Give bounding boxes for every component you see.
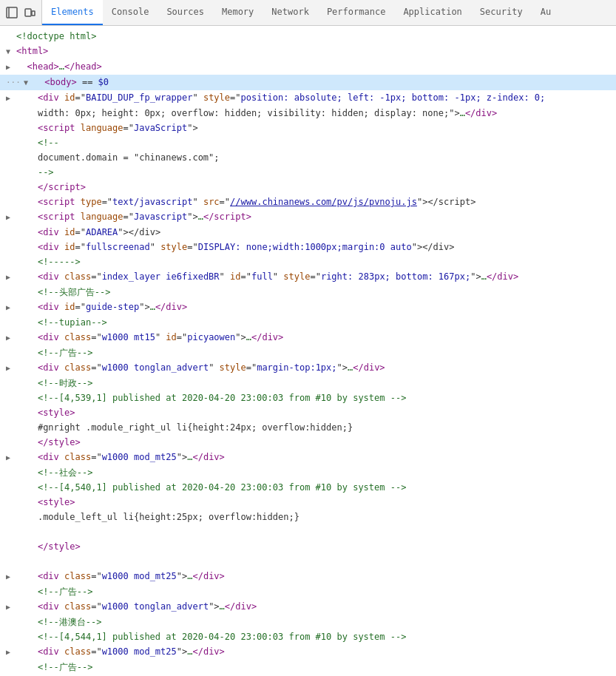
- elements-panel: <!doctype html> <html> <head>…</head> ··…: [0, 26, 616, 676]
- expand-arrow[interactable]: [6, 92, 16, 105]
- expand-arrow[interactable]: [6, 61, 16, 74]
- line-comment-open: <!--: [0, 135, 616, 150]
- expand-arrow[interactable]: [6, 570, 16, 584]
- line-comment-shiz: <!--时政-->: [0, 376, 616, 391]
- line-div-baidu: <div id="BAIDU_DUP_fp_wrapper" style="po…: [0, 90, 616, 106]
- tab-network[interactable]: Network: [263, 0, 318, 25]
- expand-arrow[interactable]: [6, 301, 16, 314]
- line-comment-close: -->: [0, 165, 616, 180]
- line-style-open1: <style>: [0, 405, 616, 420]
- svg-rect-3: [32, 11, 35, 16]
- expand-arrow[interactable]: [6, 211, 16, 224]
- line-div-tonglan: <div class="w1000 tonglan_advert" style=…: [0, 360, 616, 376]
- toolbar-icons: [0, 0, 42, 25]
- line-doctype: <!doctype html>: [0, 29, 616, 44]
- expand-arrow[interactable]: [6, 451, 16, 464]
- line-blank: [0, 524, 616, 539]
- expand-arrow[interactable]: [24, 76, 34, 89]
- line-div-guide-step: <div id="guide-step">…</div>: [0, 300, 616, 315]
- line-html-open: <html>: [0, 44, 616, 59]
- expand-arrow[interactable]: [6, 646, 16, 659]
- line-script-js: <script language="JavaScript">: [0, 121, 616, 135]
- line-script-src: <script type="text/javascript" src="//ww…: [0, 195, 616, 209]
- line-comment-ad3: <!--广告-->: [0, 660, 616, 675]
- line-style-open2: <style>: [0, 495, 616, 510]
- tab-application[interactable]: Application: [394, 0, 470, 25]
- line-body[interactable]: ··· <body> == $0: [0, 75, 616, 90]
- line-script-javascript: <script language="Javascript">…</script>: [0, 209, 616, 225]
- tab-sources[interactable]: Sources: [158, 0, 213, 25]
- expand-arrow[interactable]: [6, 331, 16, 345]
- tab-security[interactable]: Security: [471, 0, 532, 25]
- line-gutter: ···: [6, 76, 21, 89]
- line-comment-dashes: <!----->: [0, 254, 616, 269]
- tab-memory[interactable]: Memory: [213, 0, 263, 25]
- line-comment-ad1: <!--广告-->: [0, 345, 616, 360]
- line-div-tonglan2: <div class="w1000 tonglan_advert">…</div…: [0, 599, 616, 615]
- line-div-mod-mt25-1: <div class="w1000 mod_mt25">…</div>: [0, 450, 616, 465]
- expand-arrow[interactable]: [6, 271, 16, 284]
- line-comment-published2: <!--[4,540,1] published at 2020-04-20 23…: [0, 480, 616, 495]
- svg-rect-0: [7, 7, 17, 18]
- line-div-fullscreenad: <div id="fullscreenad" style="DISPLAY: n…: [0, 240, 616, 254]
- expand-arrow[interactable]: [6, 45, 16, 58]
- line-css1: #gnright .module_right_ul li{height:24px…: [0, 420, 616, 435]
- line-comment-ad2: <!--广告-->: [0, 584, 616, 599]
- line-div-mod-mt25-3: <div class="w1000 mod_mt25">…</div>: [0, 644, 616, 660]
- tab-console[interactable]: Console: [103, 0, 158, 25]
- inspect-icon[interactable]: [4, 5, 19, 20]
- line-div-baidu-cont: width: 0px; height: 0px; overflow: hidde…: [0, 106, 616, 121]
- line-style-close1: </style>: [0, 435, 616, 450]
- expand-arrow[interactable]: [6, 601, 16, 614]
- line-comment-published3: <!--[4,544,1] published at 2020-04-20 23…: [0, 629, 616, 644]
- line-script-close: </script>: [0, 180, 616, 195]
- line-comment-published1: <!--[4,539,1] published at 2020-04-20 23…: [0, 391, 616, 405]
- tab-audits[interactable]: Au: [532, 0, 560, 25]
- line-comment-head-ad: <!--头部广告-->: [0, 285, 616, 300]
- line-div-index-layer: <div class="index_layer ie6fixedBR" id="…: [0, 269, 616, 285]
- device-toggle-icon[interactable]: [22, 5, 37, 20]
- line-div-picyaowen: <div class="w1000 mt15" id="picyaowen">……: [0, 330, 616, 345]
- line-head: <head>…</head>: [0, 59, 616, 75]
- line-domain: document.domain = "chinanews.com";: [0, 150, 616, 165]
- svg-rect-2: [25, 9, 31, 16]
- line-style-close2: </style>: [0, 539, 616, 554]
- line-comment-shehui: <!--社会-->: [0, 465, 616, 480]
- line-div-mod-mt25-2: <div class="w1000 mod_mt25">…</div>: [0, 569, 616, 584]
- tab-performance[interactable]: Performance: [318, 0, 394, 25]
- line-div-adarea: <div id="ADAREA"></div>: [0, 225, 616, 240]
- devtools-container: Elements Console Sources Memory Network …: [0, 0, 616, 676]
- line-comment-tupian: <!--tupian-->: [0, 315, 616, 330]
- tab-bar: Elements Console Sources Memory Network …: [0, 0, 616, 26]
- line-css2: .module_left_ul li{height:25px; overflow…: [0, 510, 616, 524]
- line-blank2: [0, 554, 616, 569]
- line-comment-gangao: <!--港澳台-->: [0, 615, 616, 629]
- tab-elements[interactable]: Elements: [42, 0, 103, 25]
- expand-arrow[interactable]: [6, 362, 16, 375]
